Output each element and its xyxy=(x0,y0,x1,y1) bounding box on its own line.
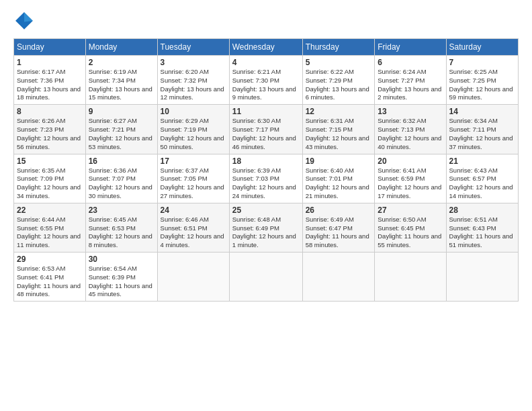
day-info: Sunrise: 6:43 AM Sunset: 6:57 PM Dayligh… xyxy=(449,167,515,201)
day-number: 16 xyxy=(89,156,154,166)
table-row: 22 Sunrise: 6:44 AM Sunset: 6:55 PM Dayl… xyxy=(14,203,86,252)
day-number: 26 xyxy=(306,205,372,215)
day-info: Sunrise: 6:51 AM Sunset: 6:43 PM Dayligh… xyxy=(449,216,515,250)
table-row xyxy=(446,253,518,302)
day-info: Sunrise: 6:22 AM Sunset: 7:29 PM Dayligh… xyxy=(306,68,372,102)
calendar-week-row: 15 Sunrise: 6:35 AM Sunset: 7:09 PM Dayl… xyxy=(14,154,519,203)
calendar-table: Sunday Monday Tuesday Wednesday Thursday… xyxy=(13,38,519,302)
day-number: 22 xyxy=(17,205,83,215)
day-number: 29 xyxy=(17,255,83,264)
day-number: 30 xyxy=(89,255,154,264)
day-info: Sunrise: 6:27 AM Sunset: 7:21 PM Dayligh… xyxy=(89,117,154,151)
day-number: 19 xyxy=(306,156,372,166)
day-info: Sunrise: 6:49 AM Sunset: 6:47 PM Dayligh… xyxy=(306,216,372,250)
day-number: 4 xyxy=(232,58,300,67)
col-tuesday: Tuesday xyxy=(157,39,229,56)
day-number: 12 xyxy=(306,107,372,116)
col-friday: Friday xyxy=(375,39,446,56)
day-info: Sunrise: 6:17 AM Sunset: 7:36 PM Dayligh… xyxy=(17,68,83,102)
col-sunday: Sunday xyxy=(14,39,86,56)
day-number: 28 xyxy=(449,205,515,215)
day-number: 15 xyxy=(17,156,83,166)
day-info: Sunrise: 6:36 AM Sunset: 7:07 PM Dayligh… xyxy=(89,167,154,201)
day-info: Sunrise: 6:50 AM Sunset: 6:45 PM Dayligh… xyxy=(378,216,443,250)
day-info: Sunrise: 6:53 AM Sunset: 6:41 PM Dayligh… xyxy=(17,265,83,299)
day-number: 2 xyxy=(89,58,154,67)
table-row: 27 Sunrise: 6:50 AM Sunset: 6:45 PM Dayl… xyxy=(375,203,446,252)
table-row: 26 Sunrise: 6:49 AM Sunset: 6:47 PM Dayl… xyxy=(302,203,375,252)
svg-marker-1 xyxy=(24,12,33,21)
day-info: Sunrise: 6:19 AM Sunset: 7:34 PM Dayligh… xyxy=(89,68,154,102)
table-row: 18 Sunrise: 6:39 AM Sunset: 7:03 PM Dayl… xyxy=(229,154,302,203)
day-info: Sunrise: 6:48 AM Sunset: 6:49 PM Dayligh… xyxy=(232,216,300,250)
day-number: 24 xyxy=(161,205,226,215)
day-info: Sunrise: 6:25 AM Sunset: 7:25 PM Dayligh… xyxy=(449,68,515,102)
day-info: Sunrise: 6:41 AM Sunset: 6:59 PM Dayligh… xyxy=(378,167,443,201)
day-number: 21 xyxy=(449,156,515,166)
table-row: 25 Sunrise: 6:48 AM Sunset: 6:49 PM Dayl… xyxy=(229,203,302,252)
table-row: 13 Sunrise: 6:32 AM Sunset: 7:13 PM Dayl… xyxy=(375,105,446,154)
day-number: 14 xyxy=(449,107,515,116)
day-info: Sunrise: 6:26 AM Sunset: 7:23 PM Dayligh… xyxy=(17,117,83,151)
table-row: 24 Sunrise: 6:46 AM Sunset: 6:51 PM Dayl… xyxy=(157,203,229,252)
day-number: 1 xyxy=(17,58,83,67)
table-row: 17 Sunrise: 6:37 AM Sunset: 7:05 PM Dayl… xyxy=(157,154,229,203)
table-row: 2 Sunrise: 6:19 AM Sunset: 7:34 PM Dayli… xyxy=(85,56,157,105)
day-number: 23 xyxy=(89,205,154,215)
logo xyxy=(13,10,38,32)
col-monday: Monday xyxy=(85,39,157,56)
col-saturday: Saturday xyxy=(446,39,518,56)
day-info: Sunrise: 6:34 AM Sunset: 7:11 PM Dayligh… xyxy=(449,117,515,151)
table-row: 15 Sunrise: 6:35 AM Sunset: 7:09 PM Dayl… xyxy=(14,154,86,203)
table-row xyxy=(375,253,446,302)
day-number: 7 xyxy=(449,58,515,67)
day-info: Sunrise: 6:32 AM Sunset: 7:13 PM Dayligh… xyxy=(378,117,443,151)
day-info: Sunrise: 6:37 AM Sunset: 7:05 PM Dayligh… xyxy=(161,167,226,201)
calendar-week-row: 1 Sunrise: 6:17 AM Sunset: 7:36 PM Dayli… xyxy=(14,56,519,105)
logo-icon xyxy=(13,10,35,32)
page: Sunday Monday Tuesday Wednesday Thursday… xyxy=(0,0,532,411)
table-row: 10 Sunrise: 6:29 AM Sunset: 7:19 PM Dayl… xyxy=(157,105,229,154)
day-info: Sunrise: 6:30 AM Sunset: 7:17 PM Dayligh… xyxy=(232,117,300,151)
header xyxy=(13,10,519,32)
day-info: Sunrise: 6:29 AM Sunset: 7:19 PM Dayligh… xyxy=(161,117,226,151)
day-number: 11 xyxy=(232,107,300,116)
table-row: 20 Sunrise: 6:41 AM Sunset: 6:59 PM Dayl… xyxy=(375,154,446,203)
table-row: 1 Sunrise: 6:17 AM Sunset: 7:36 PM Dayli… xyxy=(14,56,86,105)
day-info: Sunrise: 6:35 AM Sunset: 7:09 PM Dayligh… xyxy=(17,167,83,201)
day-info: Sunrise: 6:46 AM Sunset: 6:51 PM Dayligh… xyxy=(161,216,226,250)
table-row: 28 Sunrise: 6:51 AM Sunset: 6:43 PM Dayl… xyxy=(446,203,518,252)
table-row: 30 Sunrise: 6:54 AM Sunset: 6:39 PM Dayl… xyxy=(85,253,157,302)
calendar-header-row: Sunday Monday Tuesday Wednesday Thursday… xyxy=(14,39,519,56)
table-row xyxy=(157,253,229,302)
day-number: 20 xyxy=(378,156,443,166)
svg-marker-2 xyxy=(15,12,24,21)
day-info: Sunrise: 6:40 AM Sunset: 7:01 PM Dayligh… xyxy=(306,167,372,201)
day-number: 8 xyxy=(17,107,83,116)
table-row: 23 Sunrise: 6:45 AM Sunset: 6:53 PM Dayl… xyxy=(85,203,157,252)
day-info: Sunrise: 6:24 AM Sunset: 7:27 PM Dayligh… xyxy=(378,68,443,102)
day-info: Sunrise: 6:31 AM Sunset: 7:15 PM Dayligh… xyxy=(306,117,372,151)
day-info: Sunrise: 6:44 AM Sunset: 6:55 PM Dayligh… xyxy=(17,216,83,250)
day-number: 25 xyxy=(232,205,300,215)
day-info: Sunrise: 6:21 AM Sunset: 7:30 PM Dayligh… xyxy=(232,68,300,102)
table-row: 7 Sunrise: 6:25 AM Sunset: 7:25 PM Dayli… xyxy=(446,56,518,105)
day-number: 17 xyxy=(161,156,226,166)
table-row xyxy=(229,253,302,302)
table-row: 3 Sunrise: 6:20 AM Sunset: 7:32 PM Dayli… xyxy=(157,56,229,105)
table-row: 5 Sunrise: 6:22 AM Sunset: 7:29 PM Dayli… xyxy=(302,56,375,105)
table-row xyxy=(302,253,375,302)
table-row: 12 Sunrise: 6:31 AM Sunset: 7:15 PM Dayl… xyxy=(302,105,375,154)
calendar-week-row: 29 Sunrise: 6:53 AM Sunset: 6:41 PM Dayl… xyxy=(14,253,519,302)
table-row: 21 Sunrise: 6:43 AM Sunset: 6:57 PM Dayl… xyxy=(446,154,518,203)
table-row: 14 Sunrise: 6:34 AM Sunset: 7:11 PM Dayl… xyxy=(446,105,518,154)
table-row: 16 Sunrise: 6:36 AM Sunset: 7:07 PM Dayl… xyxy=(85,154,157,203)
day-info: Sunrise: 6:45 AM Sunset: 6:53 PM Dayligh… xyxy=(89,216,154,250)
table-row: 11 Sunrise: 6:30 AM Sunset: 7:17 PM Dayl… xyxy=(229,105,302,154)
table-row: 4 Sunrise: 6:21 AM Sunset: 7:30 PM Dayli… xyxy=(229,56,302,105)
day-info: Sunrise: 6:20 AM Sunset: 7:32 PM Dayligh… xyxy=(161,68,226,102)
calendar-week-row: 22 Sunrise: 6:44 AM Sunset: 6:55 PM Dayl… xyxy=(14,203,519,252)
col-wednesday: Wednesday xyxy=(229,39,302,56)
day-number: 3 xyxy=(161,58,226,67)
table-row: 6 Sunrise: 6:24 AM Sunset: 7:27 PM Dayli… xyxy=(375,56,446,105)
